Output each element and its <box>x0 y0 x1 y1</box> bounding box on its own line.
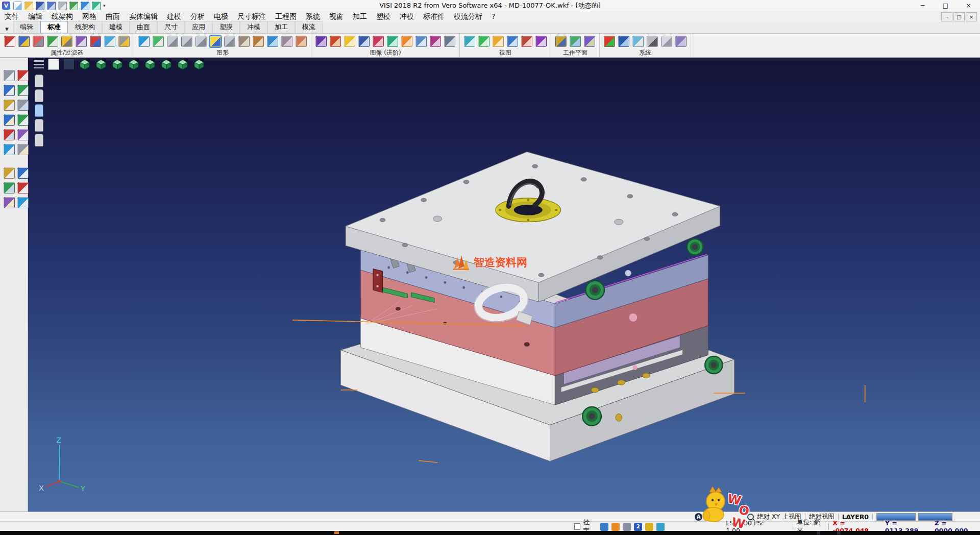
scale-icon[interactable] <box>17 100 29 111</box>
menu-item-曲面[interactable]: 曲面 <box>101 12 125 21</box>
offset-icon[interactable] <box>4 144 15 155</box>
screen-icon[interactable] <box>618 36 629 47</box>
tab-塑膜[interactable]: 塑膜 <box>212 21 240 33</box>
section-icon[interactable] <box>373 36 384 47</box>
box-icon[interactable] <box>253 36 264 47</box>
cylinder-icon-1[interactable] <box>167 36 178 47</box>
maximize-button[interactable]: □ <box>934 0 957 11</box>
iso-cube-icon-4[interactable] <box>128 58 140 70</box>
render-icon[interactable] <box>315 36 327 47</box>
quick-access-caret-icon[interactable]: ▾ <box>103 3 106 8</box>
cylinder-icon-4[interactable] <box>224 36 235 47</box>
save-all-icon[interactable] <box>47 2 56 10</box>
workspace-icon[interactable] <box>675 36 687 47</box>
open-file-icon[interactable] <box>24 2 33 10</box>
canvas-tool-icon-5[interactable] <box>35 134 43 147</box>
filter-red-icon[interactable] <box>4 36 15 47</box>
menu-item-塑模[interactable]: 塑模 <box>372 12 395 21</box>
zoom-window-icon[interactable] <box>478 36 489 47</box>
globe-icon[interactable] <box>656 523 665 531</box>
move-icon[interactable] <box>4 85 15 96</box>
texture-icon[interactable] <box>330 36 341 47</box>
menu-item-?[interactable]: ? <box>487 12 500 21</box>
mdi-restore-button[interactable]: □ <box>953 12 965 21</box>
chamfer-icon[interactable] <box>17 129 29 140</box>
close-button[interactable]: × <box>957 0 980 11</box>
menu-item-线架构[interactable]: 线架构 <box>47 12 78 21</box>
workplane-3d-icon[interactable] <box>584 36 595 47</box>
tab-加工[interactable]: 加工 <box>267 21 295 33</box>
hatch-icon[interactable] <box>17 182 29 193</box>
iso-cube-icon-3[interactable] <box>111 58 124 70</box>
menu-item-电极[interactable]: 电极 <box>209 12 233 21</box>
canvas-tool-icon-1[interactable] <box>35 75 43 87</box>
iso-cube-icon-1[interactable] <box>79 58 91 70</box>
iso-cube-icon-5[interactable] <box>144 58 156 70</box>
tab-应用[interactable]: 应用 <box>185 21 212 33</box>
menu-item-编辑[interactable]: 编辑 <box>23 12 47 21</box>
menu-item-工程图[interactable]: 工程图 <box>271 12 301 21</box>
menu-item-分析[interactable]: 分析 <box>186 12 209 21</box>
menu-item-模流分析[interactable]: 模流分析 <box>449 12 487 21</box>
snap-checkbox[interactable] <box>574 523 580 530</box>
compare-icon[interactable] <box>444 36 455 47</box>
light-icon[interactable] <box>344 36 355 47</box>
extend-icon[interactable] <box>17 114 29 126</box>
iso-cube-icon-8[interactable] <box>193 58 205 70</box>
pattern-icon[interactable] <box>17 144 29 155</box>
viewport-canvas[interactable] <box>28 57 980 512</box>
refresh-view-icon[interactable] <box>535 36 547 47</box>
tab-线架构[interactable]: 线架构 <box>68 21 102 33</box>
fox-icon[interactable] <box>611 523 620 531</box>
text-icon[interactable] <box>4 182 15 193</box>
point-icon[interactable] <box>138 36 150 47</box>
scissors-icon[interactable] <box>17 70 29 81</box>
attribute-brush-icon[interactable] <box>47 36 58 47</box>
explode-icon[interactable] <box>17 197 29 208</box>
menu-item-建模[interactable]: 建模 <box>162 12 186 21</box>
canvas-tool-icon-3[interactable] <box>35 104 43 117</box>
menu-item-加工[interactable]: 加工 <box>348 12 372 21</box>
workplane-align-icon[interactable] <box>570 36 581 47</box>
animation-icon[interactable] <box>430 36 441 47</box>
annotate-icon[interactable] <box>401 36 412 47</box>
attribute-pen-icon[interactable] <box>33 36 44 47</box>
star-icon[interactable] <box>645 523 653 531</box>
print-icon[interactable] <box>58 2 67 10</box>
snapshot-icon[interactable] <box>415 36 427 47</box>
monitor-icon[interactable] <box>600 523 608 531</box>
rotate-icon[interactable] <box>17 85 29 96</box>
undo-icon[interactable] <box>81 2 89 10</box>
canvas-tool-icon-2[interactable] <box>35 89 43 102</box>
iso-cube-icon-7[interactable] <box>177 58 189 70</box>
redo-icon[interactable] <box>92 2 101 10</box>
iso-cube-icon-6[interactable] <box>160 58 173 70</box>
settings-icon[interactable] <box>632 36 644 47</box>
measure-distance-icon[interactable] <box>4 167 15 179</box>
cone-icon[interactable] <box>281 36 292 47</box>
tab-编辑[interactable]: 编辑 <box>13 21 40 33</box>
visibility-icon[interactable] <box>104 36 115 47</box>
rotate-view-icon[interactable] <box>507 36 518 47</box>
pan-icon[interactable] <box>493 36 504 47</box>
menu-item-网格[interactable]: 网格 <box>78 12 101 21</box>
filter-funnel-icon[interactable] <box>61 36 72 47</box>
tab-冲模[interactable]: 冲模 <box>240 21 267 33</box>
canvas-tool-icon-4[interactable] <box>35 119 43 132</box>
mesh-icon[interactable] <box>238 36 250 47</box>
filter-layers-icon[interactable] <box>18 36 30 47</box>
shaded-mode-icon[interactable] <box>210 36 221 47</box>
canvas-menu-icon[interactable] <box>34 60 44 68</box>
top-view-icon[interactable] <box>48 59 59 70</box>
workplane-xy-icon[interactable] <box>555 36 567 47</box>
mdi-close-button[interactable]: × <box>966 12 977 21</box>
snap-grid-icon[interactable] <box>661 36 672 47</box>
menu-item-文件[interactable]: 文件 <box>0 12 23 21</box>
measure-icon[interactable] <box>387 36 398 47</box>
cylinder-icon-2[interactable] <box>181 36 192 47</box>
zoom-all-icon[interactable] <box>464 36 475 47</box>
color-palette-icon[interactable] <box>604 36 615 47</box>
menu-item-视窗[interactable]: 视窗 <box>325 12 348 21</box>
new-file-icon[interactable] <box>13 2 22 10</box>
taskbar-app-icon[interactable] <box>334 531 339 534</box>
